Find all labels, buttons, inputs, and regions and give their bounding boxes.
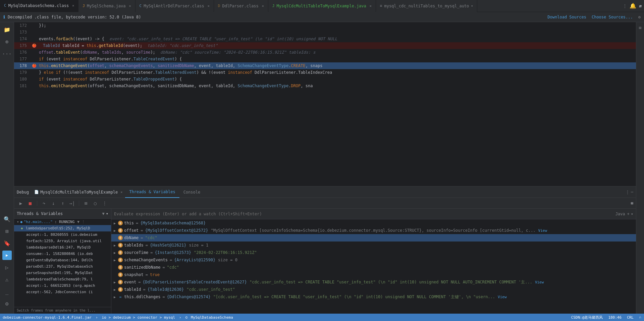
thread-frame-accept-2[interactable]: accept:-1, 666522853 (org.apach [14, 282, 111, 289]
sidebar-debug-icon[interactable]: ▶ [2, 251, 12, 260]
status-line-col[interactable]: 180:46 [608, 315, 622, 320]
tab-mysql-schema-java[interactable]: J MySqlSchema.java ✕ [78, 0, 135, 12]
expand-watch-icon[interactable]: ▾ [631, 212, 633, 216]
tab-mysql-antlr[interactable]: C MySqlAntlrDdlParser.class ✕ [136, 0, 214, 12]
threads-bottom-text: Switch frames from anywhere in the l... [14, 307, 111, 314]
status-file-class: © MySqlDatabaseSchema [185, 315, 233, 320]
tab-mysql-auto-config[interactable]: ≡ mysql_cdc_nultiTables_to_mysql_auto ▾ [376, 0, 478, 12]
thread-settings-icon[interactable]: ⋮ [82, 220, 85, 224]
step-into-button[interactable]: ↓ [49, 199, 57, 207]
thread-frame-parse-ddl[interactable]: parseDdl:237, MySqlDatabaseSch [14, 263, 111, 270]
mute-breakpoints-button[interactable]: ○ [91, 199, 99, 207]
debug-settings-icon[interactable]: ⋮ [626, 190, 630, 195]
thread-frame-lambda-parse-ddl-5[interactable]: ◈ lambda$parseDdl$5:252, MySqlD [14, 225, 111, 231]
settings-notification-icon[interactable]: ⚙ [638, 15, 641, 19]
status-breadcrumb: io > debezium > connector > mysql [102, 315, 175, 320]
var-sourcetime[interactable]: ▶ @ sourceTime = {Instant@12573} "2024-0… [111, 249, 636, 256]
tab-bar-actions: ⋮ 🔔 m [620, 3, 644, 9]
tab-close-3[interactable]: ✕ [208, 4, 210, 8]
stop-button[interactable]: ■ [26, 199, 34, 207]
debug-title: Debug [17, 190, 29, 195]
debug-minimize-icon[interactable]: ─ [631, 190, 633, 195]
class-icon-status: © [185, 315, 188, 320]
var-this[interactable]: ▶ ≡ this = {MySqlDatabaseSchema@12568} [111, 219, 636, 227]
var-tableid[interactable]: ▶ @ tableId = {TableId@12630} "cdc.user_… [111, 286, 636, 293]
bell-icon[interactable]: 🔔 [630, 3, 636, 9]
threads-dropdown-icon[interactable]: ▾ [106, 211, 108, 216]
debug-session-close[interactable]: ✕ [120, 190, 122, 194]
var-snapshot[interactable]: @ snapshot = true [111, 271, 636, 278]
var-sanitized-dbname[interactable]: @ sanitizedDbName = "cdc" [111, 264, 636, 271]
tab-mysql-cdc-multi[interactable]: J MysqlCdcMultiTableToMysqlExample.java … [268, 0, 376, 12]
thread-frame-read-table-schema[interactable]: lambda$readTableSchema$0:79, l [14, 276, 111, 282]
thread-frame-accept[interactable]: accept:-1, 80260555 (io.debezium [14, 231, 111, 238]
ddl-changes-view-btn[interactable]: View [498, 295, 507, 299]
breakpoint-175[interactable]: 🍎 [32, 44, 36, 48]
step-out-button[interactable]: ↑ [59, 199, 67, 207]
thread-frame-accept-jdbc[interactable]: accept:-562, JdbcConnection (i [14, 289, 111, 295]
thread-frame-consume[interactable]: consume:-1, 1582880846 (io.deb [14, 251, 111, 257]
sidebar-settings-icon[interactable]: ⚙ [2, 299, 12, 308]
var-dbname[interactable]: @ dbName = "cdc" [111, 234, 636, 242]
choose-sources-link[interactable]: Choose Sources... [592, 15, 633, 19]
tab-close-1[interactable]: ✕ [72, 4, 74, 7]
tab-mysql-database-schema[interactable]: C MySqlDatabaseSchema.class ✕ [0, 0, 78, 12]
thread-hz-main[interactable]: ▾ ● "hz.main...." : RUNNING ▼ ⋮ [14, 219, 111, 225]
tab-close-4[interactable]: ✕ [262, 4, 264, 8]
sidebar-run-icon[interactable]: ▷ [2, 263, 12, 272]
frame-label-8: parseSnapshotDdl:195, MySqlDat [26, 271, 93, 275]
thread-frame-get-events[interactable]: getEventsByDatabase:144, DdlCh [14, 257, 111, 263]
resume-button[interactable]: ▶ [17, 199, 25, 207]
var-offset[interactable]: ▶ @ offset = {MySqlOffsetContext@12572} … [111, 227, 636, 234]
right-panel-icon[interactable]: ⊞ [638, 25, 642, 31]
code-editor[interactable]: 172 }); 173 174 [14, 22, 636, 186]
sidebar-more-icon[interactable]: ··· [2, 49, 12, 58]
var-icon-tableid: @ [118, 287, 123, 292]
tab-ddl-parser[interactable]: D DdlParser.class ✕ [214, 0, 268, 12]
thread-frame-foreach[interactable]: forEach:1259, ArrayList (java.util [14, 238, 111, 244]
sidebar-file-icon[interactable]: 📁 [2, 25, 12, 34]
tab-close-2[interactable]: ✕ [129, 4, 131, 8]
sidebar-search-icon[interactable]: 🔍 [2, 214, 12, 224]
run-to-cursor-button[interactable]: →| [68, 199, 76, 207]
evaluate-button[interactable]: ⊞ [82, 199, 90, 207]
var-ddl-changes[interactable]: ▶ ∞ this.ddlChanges = {DdlChanges@12574}… [111, 293, 636, 301]
var-event[interactable]: ▶ @ event = {DdlParserListener$TableCrea… [111, 278, 636, 286]
panel-expand-icon[interactable]: ⊞ [631, 201, 633, 206]
status-encoding[interactable]: CRL [627, 315, 634, 320]
running-indicator: ● [20, 220, 22, 224]
tab-close-5[interactable]: ✕ [370, 4, 372, 8]
event-view-btn[interactable]: View [535, 280, 544, 284]
thread-filter-icon[interactable]: ▼ [77, 220, 79, 224]
sidebar-problems-icon[interactable]: ⚠ [2, 275, 12, 284]
status-left: debezium-connector-mysql-1.6.4.Final.jar… [3, 315, 569, 320]
threads-title: Threads & Variables ▼ ▾ [14, 209, 111, 219]
thread-frame-parse-snapshot-ddl[interactable]: parseSnapshotDdl:195, MySqlDat [14, 270, 111, 276]
var-tableids[interactable]: ▶ @ tableIds = {HashSet@12621} size = 1 [111, 242, 636, 249]
offset-view-btn[interactable]: View [538, 228, 547, 233]
tab-threads-variables[interactable]: Threads & Variables [125, 186, 179, 198]
thread-frame-lambda-parse-ddl-6[interactable]: lambda$parseDdl$6:247, MySqlD [14, 244, 111, 251]
code-line-176: 176 offset.tableEvent(dbName, tableIds, … [14, 49, 636, 56]
sidebar-commit-icon[interactable]: ⊕ [2, 37, 12, 46]
step-over-button[interactable]: ↷ [40, 199, 48, 207]
more-debug-button[interactable]: ⋮ [101, 199, 109, 207]
add-watch-icon[interactable]: + [627, 212, 630, 216]
filter-icon[interactable]: ▼ [102, 211, 105, 216]
evaluate-input[interactable] [114, 212, 613, 216]
code-line-181: 181 this.emitChangeEvent(offset, schemaC… [14, 83, 636, 89]
git-icon: ⑃ [639, 315, 641, 320]
tab-console[interactable]: Console [179, 186, 205, 198]
status-bar: debezium-connector-mysql-1.6.4.Final.jar… [0, 314, 644, 321]
breakpoint-178[interactable]: 🍎 [32, 64, 36, 68]
sidebar-structure-icon[interactable]: ⊞ [2, 226, 12, 236]
sidebar-bookmark-icon[interactable]: 🔖 [2, 238, 12, 248]
debug-main: Threads & Variables ▼ ▾ ▾ ● "hz.main....… [14, 209, 636, 314]
var-icon-this: ≡ [118, 221, 123, 225]
chevron-down-icon[interactable]: ▾ [471, 4, 473, 8]
download-sources-link[interactable]: Download Sources [547, 15, 586, 19]
sidebar-terminal-icon[interactable]: _ [2, 287, 12, 296]
tab-overflow-icon[interactable]: ⋮ [623, 4, 627, 8]
var-schema-change-events[interactable]: ▶ @ schemaChangeEvents = {ArrayList@1259… [111, 256, 636, 264]
frame-label-6: getEventsByDatabase:144, DdlCh [26, 258, 93, 262]
